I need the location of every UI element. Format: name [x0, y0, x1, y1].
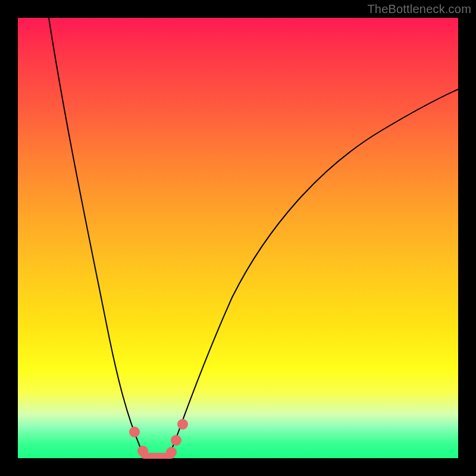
marker-dot	[177, 419, 188, 430]
chart-svg	[18, 18, 458, 458]
curve-right	[164, 89, 458, 456]
plot-area	[18, 18, 458, 458]
curve-left	[49, 18, 152, 456]
marker-dot	[137, 446, 148, 456]
marker-dot	[166, 447, 177, 458]
marker-dot	[171, 435, 181, 446]
marker-dot	[129, 427, 140, 437]
watermark-text: TheBottleneck.com	[367, 2, 471, 16]
